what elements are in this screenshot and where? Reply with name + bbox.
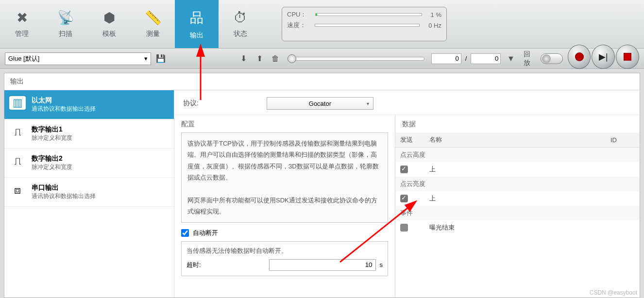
output-panel: 输出 ▥ 以太网通讯协议和数据输出选择 ⎍ 数字输出1脉冲定义和宽度 ⎍ 数字输… (4, 73, 640, 298)
stop-button[interactable] (616, 45, 639, 69)
tab-scan[interactable]: 📡扫描 (44, 0, 87, 48)
slider-knob[interactable] (288, 54, 296, 63)
replay-label: 回放 (524, 50, 537, 67)
protocol-label: 协议: (183, 99, 199, 108)
data-group-row: 点云亮度 (395, 177, 640, 191)
gauge-icon: ⏱ (234, 10, 247, 26)
save-icon: 💾 (156, 54, 166, 63)
filter-button[interactable]: ▼ (505, 52, 517, 65)
data-header: 数据 (395, 120, 640, 129)
step-button[interactable]: ▶| (592, 45, 615, 69)
panel-title: 输出 (4, 73, 640, 90)
pulse-icon: ⎍ (9, 125, 26, 139)
replay-toggle[interactable] (541, 53, 563, 64)
cpu-value: 1 % (431, 11, 441, 18)
timeout-box: 当传感器无法传输数据时自动断开。 超时: s (181, 241, 388, 276)
config-description: 该协议基于TCP协议，用于控制传感器及传输数据和测量结果到电脑端。用户可以自由选… (181, 132, 388, 223)
job-select-value: Glue [默认] (8, 54, 39, 63)
col-send: 发送 (395, 132, 424, 148)
timeout-unit: s (380, 261, 383, 268)
protocol-select[interactable]: Gocator (267, 97, 373, 110)
job-select[interactable]: Glue [默认] ▾ (5, 52, 151, 65)
data-row[interactable]: 上 (395, 191, 640, 206)
main-toolbar: ✖管理 📡扫描 ⬢模板 📏测量 品输出 ⏱状态 CPU： 1 % 速度： 0 H… (0, 0, 644, 49)
send-checkbox[interactable] (400, 224, 408, 232)
auto-disconnect-checkbox[interactable]: 自动断开 (181, 229, 388, 237)
record-button[interactable] (568, 45, 591, 69)
upload-button[interactable]: ⬆ (254, 52, 266, 65)
send-checkbox[interactable] (400, 195, 408, 202)
speed-bar (315, 24, 420, 27)
secondary-toolbar: Glue [默认] ▾ 💾 ⬇ ⬆ 🗑 / ▼ 回放 ▶| (0, 49, 644, 69)
ethernet-icon: ▥ (9, 96, 26, 110)
funnel-icon: ▼ (507, 54, 515, 63)
output-content: 协议: Gocator 配置 该协议基于TCP协议，用于控制传感器及传输数据和测… (174, 90, 640, 298)
delete-button[interactable]: 🗑 (270, 52, 282, 65)
data-group-row: 点云高度 (395, 148, 640, 163)
ruler-icon: 📏 (145, 10, 162, 26)
sidebar-item-digital1[interactable]: ⎍ 数字输出1脉冲定义和宽度 (4, 119, 174, 149)
timeout-desc: 当传感器无法传输数据时自动断开。 (186, 247, 383, 255)
playback-slider[interactable] (288, 57, 424, 61)
timeout-label: 超时: (186, 261, 201, 269)
data-table: 发送 名称 ID 点云高度上点云亮度上事件曝光结束 (395, 132, 640, 235)
data-row[interactable]: 上 (395, 162, 640, 177)
chevron-down-icon: ▾ (144, 55, 148, 62)
pulse-icon: ⎍ (9, 154, 26, 168)
col-id: ID (606, 132, 640, 148)
timeout-input[interactable] (269, 259, 376, 271)
output-sidebar: ▥ 以太网通讯协议和数据输出选择 ⎍ 数字输出1脉冲定义和宽度 ⎍ 数字输出2脉… (4, 90, 174, 298)
serial-icon: ⧈ (9, 183, 26, 197)
wrench-icon: ✖ (17, 10, 28, 26)
network-icon: 品 (190, 9, 203, 27)
download-button[interactable]: ⬇ (238, 52, 250, 65)
upload-icon: ⬆ (256, 54, 263, 63)
status-box: CPU： 1 % 速度： 0 Hz (282, 7, 447, 41)
send-checkbox[interactable] (400, 166, 408, 173)
frame-sep: / (465, 55, 467, 62)
frame-pos-input[interactable] (431, 53, 461, 64)
sidebar-item-ethernet[interactable]: ▥ 以太网通讯协议和数据输出选择 (4, 90, 174, 119)
data-group-row: 事件 (395, 206, 640, 220)
wifi-icon: 📡 (57, 10, 74, 26)
speed-label: 速度： (287, 21, 306, 30)
watermark: CSDN @easyboot (590, 289, 637, 296)
save-button[interactable]: 💾 (155, 52, 167, 65)
tab-status[interactable]: ⏱状态 (219, 0, 262, 48)
tab-template[interactable]: ⬢模板 (87, 0, 131, 48)
cube-icon: ⬢ (103, 10, 115, 26)
download-icon: ⬇ (240, 54, 247, 63)
config-header: 配置 (181, 120, 388, 129)
tab-measure[interactable]: 📏测量 (131, 0, 175, 48)
tab-manage[interactable]: ✖管理 (0, 0, 44, 48)
sidebar-item-serial[interactable]: ⧈ 串口输出通讯协议和数据输出选择 (4, 178, 174, 207)
cpu-label: CPU： (287, 10, 306, 19)
trash-icon: 🗑 (271, 54, 279, 63)
speed-value: 0 Hz (428, 22, 441, 29)
col-name: 名称 (424, 132, 606, 148)
cpu-bar (315, 13, 422, 16)
sidebar-item-digital2[interactable]: ⎍ 数字输出2脉冲定义和宽度 (4, 149, 174, 178)
frame-total-input[interactable] (471, 53, 501, 64)
tab-output[interactable]: 品输出 (175, 0, 219, 48)
data-row[interactable]: 曝光结束 (395, 220, 640, 235)
